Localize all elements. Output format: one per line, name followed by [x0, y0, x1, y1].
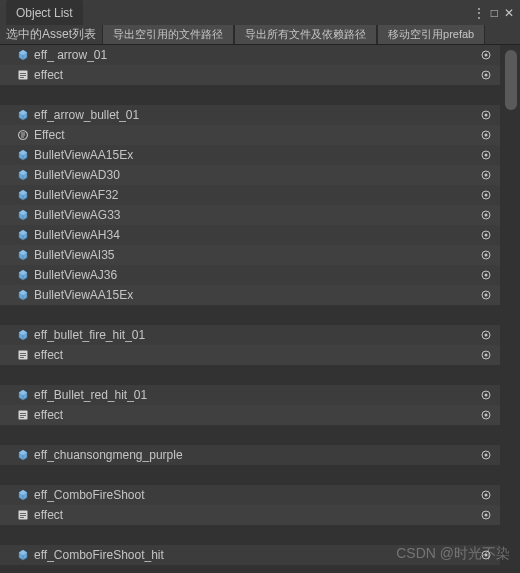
- list-item[interactable]: eff_bullet_fire_hit_01: [0, 325, 500, 345]
- export-all-deps-button[interactable]: 导出所有文件及依赖路径: [234, 25, 377, 44]
- list-item[interactable]: eff_ComboFireShoot_hit: [0, 545, 500, 565]
- object-selector-icon[interactable]: [478, 407, 494, 423]
- item-label: BulletViewAF32: [34, 188, 478, 202]
- prefab-icon: [16, 48, 30, 62]
- item-label: effect: [34, 408, 478, 422]
- object-selector-icon[interactable]: [478, 147, 494, 163]
- item-label: BulletViewAJ36: [34, 268, 478, 282]
- item-label: effect: [34, 68, 478, 82]
- object-selector-icon[interactable]: [478, 547, 494, 563]
- object-selector-icon[interactable]: [478, 327, 494, 343]
- group-separator: [0, 425, 500, 445]
- svg-point-47: [485, 494, 488, 497]
- list-item[interactable]: BulletViewAA15Ex: [0, 285, 500, 305]
- list-item[interactable]: BulletViewAG33: [0, 205, 500, 225]
- object-selector-icon[interactable]: [478, 387, 494, 403]
- list-item[interactable]: Effect: [0, 125, 500, 145]
- svg-point-29: [485, 334, 488, 337]
- object-selector-icon[interactable]: [478, 207, 494, 223]
- svg-point-23: [485, 254, 488, 257]
- object-selector-icon[interactable]: [478, 267, 494, 283]
- window-controls: ⋮ □ ✕: [473, 6, 514, 20]
- list-item[interactable]: BulletViewAJ36: [0, 265, 500, 285]
- item-label: BulletViewAG33: [34, 208, 478, 222]
- object-selector-icon[interactable]: [478, 167, 494, 183]
- move-empty-prefab-button[interactable]: 移动空引用prefab: [377, 25, 485, 44]
- object-selector-icon[interactable]: [478, 507, 494, 523]
- list-item[interactable]: BulletViewAH34: [0, 225, 500, 245]
- list-item[interactable]: effect: [0, 405, 500, 425]
- prefab-icon: [16, 328, 30, 342]
- prefab-icon: [16, 168, 30, 182]
- gameobject-icon: [16, 508, 30, 522]
- svg-point-37: [485, 394, 488, 397]
- list-item[interactable]: effect: [0, 345, 500, 365]
- object-selector-icon[interactable]: [478, 447, 494, 463]
- list-item[interactable]: eff_arrow_bullet_01: [0, 105, 500, 125]
- scrollbar-thumb[interactable]: [505, 50, 517, 110]
- list-item[interactable]: effect: [0, 65, 500, 85]
- item-label: eff_ComboFireShoot_hit: [34, 548, 478, 562]
- svg-rect-4: [20, 75, 26, 76]
- gameobject-alt-icon: [16, 128, 30, 142]
- item-label: BulletViewAD30: [34, 168, 478, 182]
- object-selector-icon[interactable]: [478, 127, 494, 143]
- maximize-icon[interactable]: □: [491, 6, 498, 20]
- export-empty-refs-button[interactable]: 导出空引用的文件路径: [102, 25, 234, 44]
- object-selector-icon[interactable]: [478, 487, 494, 503]
- svg-rect-3: [20, 73, 26, 74]
- toolbar-label: 选中的Asset列表: [0, 25, 102, 44]
- item-label: effect: [34, 508, 478, 522]
- list-item[interactable]: BulletViewAF32: [0, 185, 500, 205]
- list-item[interactable]: effect: [0, 505, 500, 525]
- group-separator: [0, 365, 500, 385]
- group-separator: [0, 305, 500, 325]
- object-list-content: eff_ arrow_01effecteff_arrow_bullet_01Ef…: [0, 45, 520, 565]
- svg-point-45: [485, 454, 488, 457]
- svg-rect-41: [20, 417, 24, 418]
- toolbar: 选中的Asset列表 导出空引用的文件路径 导出所有文件及依赖路径 移动空引用p…: [0, 25, 520, 45]
- item-label: eff_bullet_fire_hit_01: [34, 328, 478, 342]
- prefab-icon: [16, 188, 30, 202]
- item-label: eff_arrow_bullet_01: [34, 108, 478, 122]
- list-item[interactable]: eff_Bullet_red_hit_01: [0, 385, 500, 405]
- list-item[interactable]: eff_ arrow_01: [0, 45, 500, 65]
- object-selector-icon[interactable]: [478, 227, 494, 243]
- list-item[interactable]: BulletViewAI35: [0, 245, 500, 265]
- object-selector-icon[interactable]: [478, 247, 494, 263]
- item-label: Effect: [34, 128, 478, 142]
- window-tab[interactable]: Object List: [6, 0, 83, 25]
- svg-point-43: [485, 414, 488, 417]
- list-item[interactable]: eff_ComboFireShoot: [0, 485, 500, 505]
- svg-rect-49: [20, 513, 26, 514]
- svg-point-1: [485, 54, 488, 57]
- prefab-icon: [16, 288, 30, 302]
- item-label: eff_ComboFireShoot: [34, 488, 478, 502]
- gameobject-icon: [16, 348, 30, 362]
- svg-rect-5: [20, 77, 24, 78]
- list-item[interactable]: BulletViewAD30: [0, 165, 500, 185]
- object-selector-icon[interactable]: [478, 187, 494, 203]
- group-separator: [0, 525, 500, 545]
- list-item[interactable]: BulletViewAA15Ex: [0, 145, 500, 165]
- svg-rect-40: [20, 415, 26, 416]
- menu-icon[interactable]: ⋮: [473, 6, 485, 20]
- object-selector-icon[interactable]: [478, 47, 494, 63]
- svg-point-7: [485, 74, 488, 77]
- item-label: eff_ arrow_01: [34, 48, 478, 62]
- svg-point-11: [485, 134, 488, 137]
- list-item[interactable]: eff_chuansongmeng_purple: [0, 445, 500, 465]
- close-icon[interactable]: ✕: [504, 6, 514, 20]
- prefab-icon: [16, 148, 30, 162]
- object-selector-icon[interactable]: [478, 67, 494, 83]
- item-label: eff_chuansongmeng_purple: [34, 448, 478, 462]
- object-selector-icon[interactable]: [478, 347, 494, 363]
- window-title: Object List: [16, 6, 73, 20]
- prefab-icon: [16, 108, 30, 122]
- object-selector-icon[interactable]: [478, 107, 494, 123]
- object-selector-icon[interactable]: [478, 287, 494, 303]
- title-bar: Object List ⋮ □ ✕: [0, 0, 520, 25]
- svg-point-15: [485, 174, 488, 177]
- item-label: effect: [34, 348, 478, 362]
- svg-point-21: [485, 234, 488, 237]
